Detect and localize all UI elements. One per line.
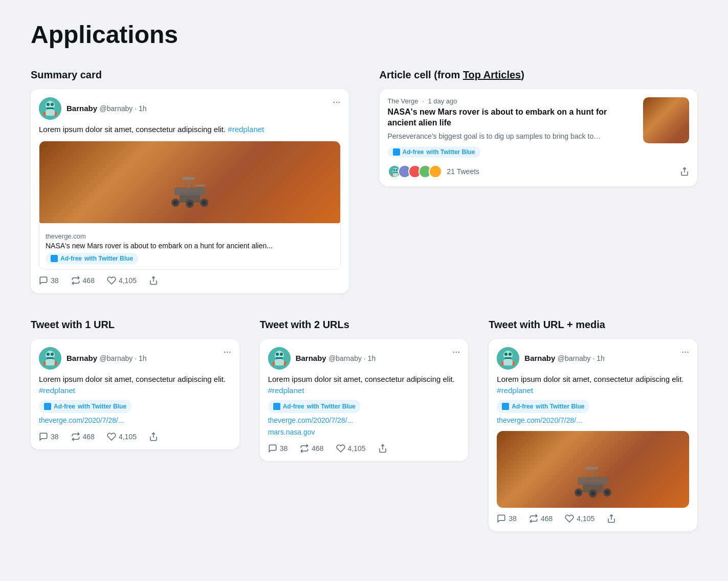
svg-rect-17	[182, 177, 195, 180]
tweet-header: Barnaby @barnaby · 1h ···	[497, 347, 689, 370]
ad-free-badge: Ad-free with Twitter Blue	[268, 400, 361, 413]
reply-button[interactable]: 38	[39, 432, 59, 441]
twitter-blue-icon	[51, 255, 58, 262]
more-options-button[interactable]: ···	[224, 347, 231, 356]
page-title: Applications	[31, 20, 697, 49]
article-cell-label: Article cell (from Top Articles)	[380, 69, 698, 81]
more-options-button[interactable]: ···	[452, 347, 460, 356]
svg-point-33	[591, 491, 595, 496]
avatar	[39, 97, 61, 120]
share-button[interactable]	[149, 432, 158, 441]
summary-card-tweet: Barnaby @barnaby · 1h ··· Lorem ipsum do…	[31, 89, 349, 293]
tweet-actions: 38 468 4,105	[268, 444, 460, 453]
retweet-button[interactable]: 468	[71, 432, 95, 441]
summary-card-label: Summary card	[31, 69, 349, 81]
more-options-button[interactable]: ···	[333, 97, 340, 106]
tweet-1url-section: Tweet with 1 URL Barnaby @barnaby · 1h ·…	[31, 319, 239, 531]
tweet-actions: 38 468 4,105	[497, 514, 689, 523]
twitter-blue-icon	[44, 403, 51, 410]
article-thumbnail	[643, 97, 689, 143]
tweet-link[interactable]: theverge.com/2020/7/28/...	[497, 415, 689, 426]
svg-point-32	[577, 490, 581, 494]
mars-rover-image	[39, 141, 340, 223]
tweet-header: Barnaby @barnaby · 1h ···	[39, 347, 231, 370]
tweet-media-image	[497, 431, 689, 508]
link-domain: theverge.com	[46, 232, 334, 240]
avatar	[39, 347, 61, 370]
mini-avatar	[429, 165, 442, 178]
svg-point-14	[188, 202, 192, 206]
tweet-1url-label: Tweet with 1 URL	[31, 319, 239, 331]
svg-point-13	[173, 201, 178, 205]
like-button[interactable]: 4,105	[107, 276, 137, 285]
bottom-sections-grid: Tweet with 1 URL Barnaby @barnaby · 1h ·…	[31, 319, 697, 531]
avatar	[268, 347, 291, 370]
article-source: The Verge · 1 day ago	[388, 97, 635, 105]
tweet-header: Barnaby @barnaby · 1h ···	[268, 347, 460, 370]
tweet-1url-card: Barnaby @barnaby · 1h ··· Lorem ipsum do…	[31, 339, 239, 449]
tweet-2urls-label: Tweet with 2 URLs	[260, 319, 469, 331]
svg-point-15	[202, 201, 206, 205]
svg-point-34	[605, 490, 609, 494]
share-button[interactable]	[378, 444, 387, 453]
article-card: The Verge · 1 day ago NASA's new Mars ro…	[380, 89, 698, 186]
reply-button[interactable]: 38	[39, 276, 59, 285]
tweet-actions: 38 468 4,105	[39, 432, 231, 441]
share-button[interactable]	[680, 167, 689, 176]
tweet-link-2[interactable]: mars.nasa.gov	[268, 427, 460, 438]
like-button[interactable]: 4,105	[565, 514, 594, 523]
article-excerpt: Perseverance's biggest goal is to dig up…	[388, 132, 635, 142]
rover-icon	[164, 172, 215, 213]
retweet-button[interactable]: 468	[300, 444, 323, 453]
retweet-button[interactable]: 468	[71, 276, 95, 285]
tweet-2urls-section: Tweet with 2 URLs Barnaby @barnaby · 1h …	[260, 319, 469, 531]
article-cell-section: Article cell (from Top Articles) The Ver…	[380, 69, 698, 293]
like-button[interactable]: 4,105	[107, 432, 137, 441]
tweet-body: Lorem ipsum dolor sit amet, consectetur …	[39, 124, 341, 136]
tweet-header: Barnaby @barnaby · 1h ···	[39, 97, 341, 120]
link-preview[interactable]: theverge.com NASA's new Mars rover is ab…	[39, 141, 341, 270]
top-sections-grid: Summary card Barnaby @barnaby · 1h ···	[31, 69, 697, 293]
tweet-actions: 38 468 4,105	[39, 276, 341, 285]
avatar-group	[388, 165, 442, 178]
svg-rect-28	[578, 477, 608, 485]
twitter-blue-icon	[502, 403, 509, 410]
avatar	[497, 347, 519, 370]
article-footer: 21 Tweets	[388, 165, 690, 178]
article-title: NASA's new Mars rover is about to embark…	[388, 107, 635, 128]
tweet-body: Lorem ipsum dolor sit amet, consectetur …	[497, 374, 689, 426]
more-options-button[interactable]: ···	[681, 347, 689, 356]
twitter-blue-icon	[273, 403, 280, 410]
tweet-link[interactable]: theverge.com/2020/7/28/...	[39, 415, 231, 426]
article-ad-free-badge: Ad-free with Twitter Blue	[388, 146, 480, 158]
twitter-blue-icon	[393, 148, 400, 156]
tweet-url-media-section: Tweet with URL + media Barnaby @barnaby …	[489, 319, 697, 531]
summary-card-section: Summary card Barnaby @barnaby · 1h ···	[31, 69, 349, 293]
svg-rect-36	[585, 467, 598, 469]
tweet-count: 21 Tweets	[447, 167, 480, 176]
tweet-body: Lorem ipsum dolor sit amet, consectetur …	[39, 374, 231, 426]
share-button[interactable]	[149, 276, 158, 285]
like-button[interactable]: 4,105	[336, 444, 366, 453]
tweet-2urls-card: Barnaby @barnaby · 1h ··· Lorem ipsum do…	[260, 339, 469, 461]
svg-point-23	[430, 166, 442, 178]
link-title: NASA's new Mars rover is about to embark…	[46, 242, 334, 250]
retweet-button[interactable]: 468	[529, 514, 553, 523]
reply-button[interactable]: 38	[497, 514, 517, 523]
ad-free-badge: Ad-free with Twitter Blue	[497, 400, 589, 413]
tweet-link-1[interactable]: theverge.com/2020/7/28/...	[268, 415, 460, 426]
tweet-url-media-card: Barnaby @barnaby · 1h ··· Lorem ipsum do…	[489, 339, 697, 531]
author-name: Barnaby @barnaby · 1h	[67, 104, 147, 113]
rover-icon	[562, 462, 624, 503]
tweet-url-media-label: Tweet with URL + media	[489, 319, 697, 331]
ad-free-badge: Ad-free with Twitter Blue	[46, 253, 138, 264]
ad-free-badge: Ad-free with Twitter Blue	[39, 400, 131, 413]
svg-rect-9	[174, 187, 205, 195]
tweet-body: Lorem ipsum dolor sit amet, consectetur …	[268, 374, 460, 438]
svg-rect-18	[195, 185, 205, 186]
reply-button[interactable]: 38	[268, 444, 288, 453]
share-button[interactable]	[607, 514, 616, 523]
